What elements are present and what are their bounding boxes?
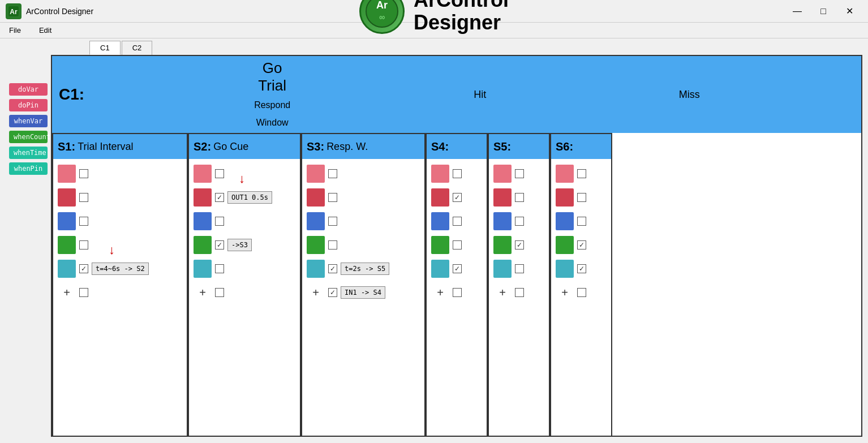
- s1-color-5: [58, 260, 76, 278]
- s6-check-2[interactable]: [577, 193, 586, 202]
- s2-field-4[interactable]: ->S3: [227, 239, 252, 251]
- tab-c2[interactable]: C2: [122, 41, 153, 55]
- s4-row-6: +: [431, 282, 482, 303]
- stage-s5: S5:: [488, 133, 550, 437]
- stage-s3-header: S3: Resp. W.: [302, 134, 424, 159]
- s6-color-1: [556, 165, 574, 183]
- stage-s1-header: S1: Trial Interval: [53, 134, 187, 159]
- s1-check-5[interactable]: [79, 264, 88, 273]
- s2-row-5: [194, 259, 295, 279]
- s5-row-4: [493, 235, 544, 255]
- go-trial-label: Go Trial Respond Window: [254, 59, 290, 130]
- sidebar-btn-dopin[interactable]: doPin: [9, 99, 48, 111]
- s6-row-6: +: [556, 282, 607, 303]
- s3-plus-icon: +: [307, 283, 325, 302]
- s4-color-3: [431, 212, 449, 230]
- s3-row-4: [307, 235, 420, 255]
- s5-check-1[interactable]: [515, 169, 524, 178]
- s3-color-2: [307, 188, 325, 207]
- content-area: C1: Go Trial Respond Window Hit Miss Swi…: [51, 55, 862, 437]
- sidebar-btn-whencount[interactable]: whenCount: [9, 131, 48, 143]
- s2-check-3[interactable]: [215, 217, 224, 226]
- hit-label: Hit: [460, 89, 500, 101]
- s4-check-4[interactable]: [453, 240, 462, 250]
- s2-row-3: [194, 211, 295, 231]
- s2-row-4: ->S3: [194, 235, 295, 255]
- edit-menu[interactable]: Edit: [36, 25, 55, 36]
- s6-check-5[interactable]: [577, 264, 586, 273]
- s1-check-3[interactable]: [79, 217, 88, 226]
- s1-check-1[interactable]: [79, 169, 88, 178]
- s1-check-2[interactable]: [79, 193, 88, 202]
- s3-check-3[interactable]: [328, 217, 337, 226]
- s3-check-1[interactable]: [328, 169, 337, 178]
- s4-check-5[interactable]: [453, 264, 462, 273]
- s6-row-2: [556, 187, 607, 208]
- s3-field-6[interactable]: IN1 -> S4: [341, 286, 385, 299]
- s5-check-2[interactable]: [515, 193, 524, 202]
- file-menu[interactable]: File: [6, 25, 24, 36]
- s2-color-3: [194, 212, 212, 230]
- s5-color-1: [493, 165, 512, 183]
- stage-s2-header: S2: Go Cue: [189, 134, 300, 159]
- s1-row-2: [58, 187, 182, 208]
- s2-plus-icon: +: [194, 283, 212, 302]
- s6-color-4: [556, 236, 574, 254]
- s3-field-5[interactable]: t=2s -> S5: [341, 263, 389, 275]
- s6-row-5: [556, 259, 607, 279]
- svg-text:Ar: Ar: [10, 8, 18, 16]
- sidebar-btn-dovar[interactable]: doVar: [9, 83, 48, 96]
- s2-check-6[interactable]: [215, 288, 224, 297]
- s2-check-4[interactable]: [215, 240, 224, 250]
- s1-plus-icon: +: [58, 283, 76, 302]
- s3-row-3: [307, 211, 420, 231]
- s1-field-5[interactable]: t=4~6s -> S2: [92, 263, 149, 275]
- s1-check-4[interactable]: [79, 240, 88, 250]
- s3-color-1: [307, 165, 325, 183]
- title-bar-controls: — □ ✕: [784, 2, 862, 20]
- s3-check-4[interactable]: [328, 240, 337, 250]
- s4-check-1[interactable]: [453, 169, 462, 178]
- tab-c1[interactable]: C1: [89, 41, 121, 55]
- s2-check-2[interactable]: [215, 193, 224, 202]
- s3-row-6: + IN1 -> S4: [307, 282, 420, 303]
- s4-row-2: [431, 187, 482, 208]
- s4-check-3[interactable]: [453, 217, 462, 226]
- s2-check-5[interactable]: [215, 264, 224, 273]
- s6-check-3[interactable]: [577, 217, 586, 226]
- s4-row-3: [431, 211, 482, 231]
- s3-check-2[interactable]: [328, 193, 337, 202]
- close-button[interactable]: ✕: [836, 2, 862, 20]
- maximize-button[interactable]: □: [810, 2, 836, 20]
- s2-arrow-icon: ↓: [239, 171, 245, 186]
- app-name: ArControlDesigner: [414, 0, 509, 33]
- s3-color-4: [307, 236, 325, 254]
- s4-check-6[interactable]: [453, 288, 462, 297]
- tabs-container: C1 C2: [0, 38, 868, 55]
- s3-check-5[interactable]: [328, 264, 337, 273]
- s1-check-6[interactable]: [79, 288, 88, 297]
- s6-check-1[interactable]: [577, 169, 586, 178]
- sidebar-btn-whenpin[interactable]: whenPin: [9, 162, 48, 175]
- s5-check-5[interactable]: [515, 264, 524, 273]
- minimize-button[interactable]: —: [784, 2, 810, 20]
- s1-row-1: [58, 164, 182, 184]
- c1-header: C1: Go Trial Respond Window Hit Miss Swi…: [52, 56, 861, 133]
- s2-field-2[interactable]: OUT1 0.5s: [227, 191, 272, 204]
- s6-check-4[interactable]: [577, 240, 586, 250]
- s3-check-6[interactable]: [328, 288, 337, 297]
- s5-check-6[interactable]: [515, 288, 524, 297]
- sidebar-btn-whentime[interactable]: whenTime: [9, 147, 48, 159]
- sidebar-btn-whenvar[interactable]: whenVar: [9, 115, 48, 127]
- s5-check-3[interactable]: [515, 217, 524, 226]
- stage-s5-body: +: [489, 159, 549, 437]
- s6-check-6[interactable]: [577, 288, 586, 297]
- s1-color-4: [58, 236, 76, 254]
- s6-row-3: [556, 211, 607, 231]
- s5-row-1: [493, 164, 544, 184]
- svg-text:Ar: Ar: [376, 0, 388, 11]
- s2-color-4: [194, 236, 212, 254]
- s4-check-2[interactable]: [453, 193, 462, 202]
- s2-check-1[interactable]: [215, 169, 224, 178]
- s5-check-4[interactable]: [515, 240, 524, 250]
